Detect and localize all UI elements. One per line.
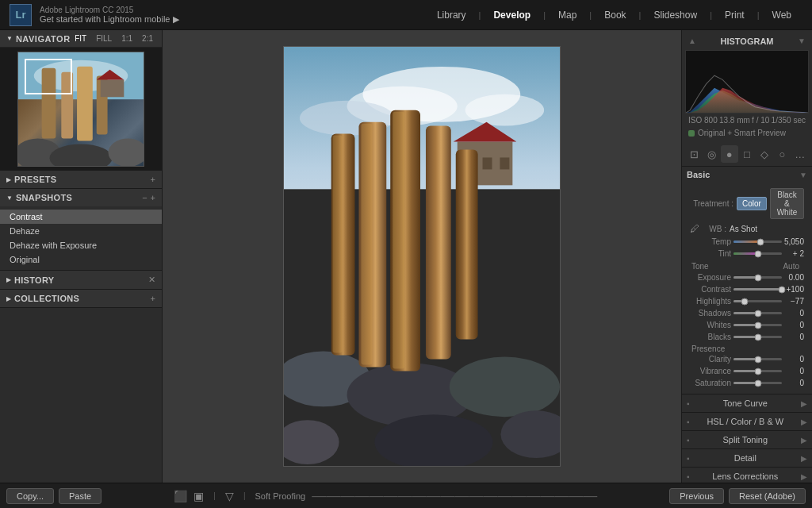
nav-library[interactable]: Library (426, 6, 477, 24)
nav-map[interactable]: Map (547, 6, 588, 24)
photo-scene (284, 47, 560, 466)
previous-button[interactable]: Previous (669, 488, 724, 504)
histogram-nav-up[interactable]: ▲ (688, 37, 696, 45)
adjustment-tool[interactable]: ● (721, 145, 738, 163)
remove-snapshot-icon[interactable]: − (142, 193, 147, 202)
history-close[interactable]: ✕ (148, 275, 155, 285)
tint-slider[interactable] (733, 252, 782, 255)
shadows-slider[interactable] (733, 312, 782, 314)
histogram-title: Histogram (720, 37, 773, 46)
vibrance-slider[interactable] (733, 370, 782, 372)
svg-point-7 (50, 144, 113, 166)
navigator-thumbnail[interactable] (0, 48, 162, 171)
blacks-value: 0 (784, 333, 804, 341)
split-toning-indicator: ▪ (687, 436, 690, 444)
add-snapshot-icon[interactable]: + (151, 193, 155, 202)
compare-view-icon[interactable]: ▣ (193, 490, 204, 502)
timeline-slider[interactable]: ———————————————————— (312, 487, 597, 504)
contrast-label: Contrast (690, 285, 731, 294)
add-collection-icon[interactable]: + (151, 294, 155, 303)
healing-tool[interactable]: ◎ (703, 145, 720, 163)
copy-button[interactable]: Copy... (6, 488, 54, 504)
hsl-arrow: ▶ (801, 418, 807, 426)
reset-button[interactable]: Reset (Adobe) (729, 488, 806, 504)
blacks-slider[interactable] (733, 336, 782, 338)
saturation-slider[interactable] (733, 382, 782, 384)
radial-filter[interactable]: ○ (774, 145, 791, 163)
histogram-nav-down[interactable]: ▼ (798, 37, 806, 45)
nav-book[interactable]: Book (593, 6, 637, 24)
snapshots-header[interactable]: ▼ Snapshots − + (0, 189, 162, 206)
snapshot-dehaze[interactable]: Dehaze (0, 224, 162, 238)
zoom-fill[interactable]: FILL (94, 33, 114, 44)
presets-header[interactable]: ▶ Presets + (0, 171, 162, 188)
history-header[interactable]: ▶ History ✕ (0, 271, 162, 289)
lens-indicator: ▪ (687, 472, 690, 481)
contrast-slider[interactable] (733, 288, 782, 291)
presets-title: Presets (14, 175, 56, 184)
snapshot-original[interactable]: Original (0, 252, 162, 267)
exif-aperture: f / 10 (752, 116, 769, 125)
navigator-header[interactable]: ▼ Navigator FIT FILL 1:1 2:1 (0, 30, 162, 48)
single-view-icon[interactable]: ⬛ (174, 490, 187, 502)
eyedropper-icon[interactable]: 🖊 (690, 223, 699, 234)
vibrance-label: Vibrance (690, 367, 731, 375)
treatment-color-btn[interactable]: Color (737, 197, 767, 210)
detail-section[interactable]: ▪ Detail ▶ (682, 449, 812, 468)
adjustment-brush[interactable]: … (791, 145, 809, 163)
highlights-label: Highlights (690, 297, 731, 306)
smart-preview-dot (688, 130, 695, 137)
tone-curve-indicator: ▪ (687, 399, 690, 408)
view-options-icon[interactable]: ▽ (225, 490, 234, 502)
snapshot-contrast[interactable]: Contrast (0, 210, 162, 224)
lens-corrections-section[interactable]: ▪ Lens Corrections ▶ (682, 468, 812, 483)
exposure-slider-row: Exposure 0.00 (687, 271, 807, 283)
svg-rect-31 (426, 126, 451, 360)
nav-develop[interactable]: Develop (482, 6, 542, 24)
exposure-value: 0.00 (784, 273, 804, 282)
exif-info: ISO 800 13.8 mm f / 10 1/350 sec (685, 114, 809, 127)
collections-header[interactable]: ▶ Collections + (0, 290, 162, 307)
zoom-11[interactable]: 1:1 (119, 33, 135, 44)
zoom-fit[interactable]: FIT (72, 33, 89, 44)
highlights-value: −77 (784, 297, 804, 306)
temp-slider[interactable] (733, 241, 782, 243)
snapshots-list: Contrast Dehaze Dehaze with Exposure Ori… (0, 206, 162, 270)
zoom-21[interactable]: 2:1 (140, 33, 155, 44)
clarity-slider[interactable] (733, 358, 782, 360)
detail-arrow: ▶ (801, 454, 807, 463)
tone-curve-arrow: ▶ (801, 399, 807, 408)
center-area (163, 30, 681, 483)
hsl-section[interactable]: ▪ HSL / Color / B & W ▶ (682, 413, 812, 431)
tone-label: Tone (691, 262, 709, 271)
vibrance-slider-row: Vibrance 0 (687, 365, 807, 377)
red-eye-tool[interactable]: □ (738, 145, 756, 163)
auto-button[interactable]: Auto (779, 261, 802, 271)
collections-title: Collections (14, 294, 79, 303)
crop-tool[interactable]: ⊡ (685, 145, 703, 163)
blacks-label: Blacks (690, 333, 731, 341)
detail-indicator: ▪ (687, 454, 690, 463)
graduated-filter[interactable]: ◇ (756, 145, 773, 163)
svg-rect-9 (101, 80, 124, 98)
basic-title: Basic (687, 170, 710, 179)
navigator-section: ▼ Navigator FIT FILL 1:1 2:1 (0, 30, 162, 171)
nav-web[interactable]: Web (761, 6, 802, 24)
whites-value: 0 (784, 321, 804, 329)
highlights-slider[interactable] (733, 300, 782, 302)
split-toning-section[interactable]: ▪ Split Toning ▶ (682, 431, 812, 449)
nav-print[interactable]: Print (714, 6, 756, 24)
basic-header[interactable]: Basic ▼ (682, 167, 812, 183)
add-preset-icon[interactable]: + (151, 175, 155, 184)
paste-button[interactable]: Paste (59, 488, 102, 504)
basic-content: Treatment : Color Black & White 🖊 WB : A… (682, 183, 812, 394)
treatment-bw-btn[interactable]: Black & White (770, 188, 804, 219)
clarity-slider-row: Clarity 0 (687, 353, 807, 365)
snapshot-dehaze-exposure[interactable]: Dehaze with Exposure (0, 238, 162, 252)
tone-curve-section[interactable]: ▪ Tone Curve ▶ (682, 394, 812, 413)
whites-slider[interactable] (733, 324, 782, 326)
exposure-slider[interactable] (733, 276, 782, 279)
svg-rect-35 (393, 112, 404, 369)
nav-slideshow[interactable]: Slideshow (642, 6, 708, 24)
lr-logo: Lr (10, 4, 32, 26)
